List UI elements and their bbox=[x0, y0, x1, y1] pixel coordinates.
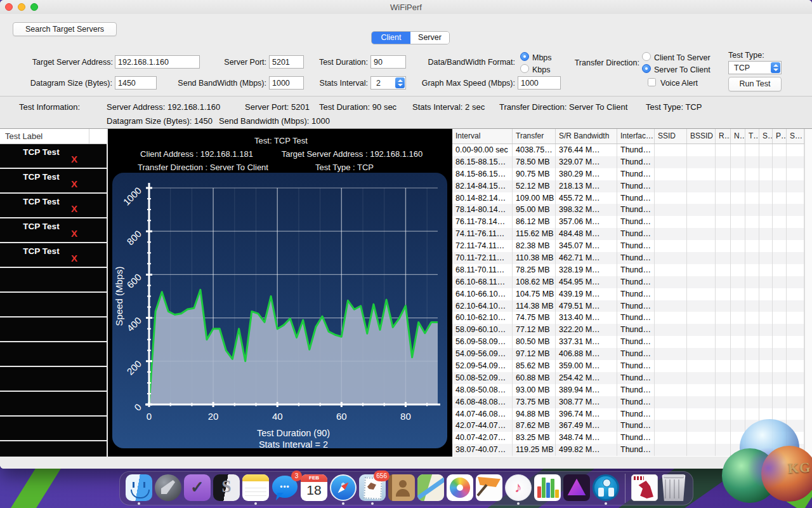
stats-interval-stepper[interactable]: 2 bbox=[370, 76, 406, 90]
test-row[interactable]: TCP TestX bbox=[0, 218, 107, 242]
target-server-address-input[interactable] bbox=[115, 55, 200, 69]
table-row[interactable]: 72.11-74.11…82.38 MB345.07 M…Thund… bbox=[452, 240, 804, 252]
datagram-size-input[interactable] bbox=[115, 76, 157, 90]
table-row[interactable]: 48.08-50.08…93.00 MB389.94 M…Thund… bbox=[452, 384, 804, 396]
delete-test-icon[interactable]: X bbox=[71, 203, 77, 214]
dock-item-wifiperf[interactable] bbox=[591, 472, 620, 505]
table-row[interactable]: 64.10-66.10…104.75 MB439.19 M…Thund… bbox=[452, 288, 804, 300]
dock-item-numbers[interactable] bbox=[533, 472, 562, 505]
dock-item-pages[interactable] bbox=[475, 472, 504, 505]
test-row[interactable]: TCP TestX bbox=[0, 169, 107, 192]
chart-transfer-direction: Transfer Direction : Server To Client bbox=[138, 163, 268, 172]
dock-item-omnifocus[interactable]: ✓ bbox=[183, 472, 212, 505]
test-duration-input[interactable] bbox=[370, 55, 406, 69]
column-header[interactable]: R… bbox=[716, 129, 731, 144]
table-row[interactable]: 50.08-52.09…60.88 MB254.42 M…Thund… bbox=[452, 372, 804, 384]
test-row[interactable] bbox=[0, 392, 107, 415]
dock-item-finder[interactable] bbox=[124, 472, 154, 505]
table-row[interactable]: 84.15-86.15…90.75 MB380.29 M…Thund… bbox=[452, 168, 804, 180]
mbps-radio[interactable] bbox=[520, 52, 529, 61]
test-row[interactable] bbox=[0, 367, 107, 391]
test-row[interactable] bbox=[0, 293, 107, 316]
table-cell bbox=[773, 228, 787, 240]
dock-item-contacts[interactable] bbox=[387, 472, 416, 505]
column-header[interactable]: S… bbox=[787, 129, 804, 144]
dock-item-document[interactable] bbox=[630, 472, 659, 505]
table-row[interactable]: 82.14-84.15…52.12 MB218.13 M…Thund… bbox=[452, 180, 804, 192]
dock-item-safari[interactable] bbox=[329, 472, 358, 505]
run-test-button[interactable]: Run Test bbox=[728, 77, 782, 91]
titlebar[interactable]: WiFiPerf bbox=[0, 0, 812, 14]
column-header[interactable]: S/R Bandwidth bbox=[556, 129, 617, 144]
dock-item-messages[interactable]: •••3 bbox=[270, 472, 299, 505]
table-cell bbox=[731, 240, 745, 252]
table-row[interactable]: 58.09-60.10…77.12 MB322.20 M…Thund… bbox=[452, 324, 804, 336]
table-row[interactable]: 70.11-72.11…110.38 MB462.71 M…Thund… bbox=[452, 252, 804, 264]
delete-test-icon[interactable]: X bbox=[71, 178, 77, 189]
test-row[interactable]: TCP TestX bbox=[0, 194, 107, 217]
stepper-arrows-icon[interactable] bbox=[395, 77, 405, 88]
dock-item-notes[interactable] bbox=[241, 472, 270, 505]
table-cell: 86.12 MB bbox=[513, 216, 556, 228]
table-scrollbar[interactable] bbox=[804, 129, 812, 457]
column-header[interactable]: Interfac… bbox=[617, 129, 655, 144]
test-row[interactable] bbox=[0, 441, 107, 457]
delete-test-icon[interactable]: X bbox=[71, 154, 77, 164]
dock-item-photos[interactable] bbox=[445, 472, 475, 505]
table-row[interactable]: 62.10-64.10…114.38 MB479.51 M…Thund… bbox=[452, 300, 804, 312]
table-row[interactable]: 46.08-48.08…73.75 MB308.77 M…Thund… bbox=[452, 396, 804, 408]
table-row[interactable]: 52.09-54.09…85.62 MB359.00 M…Thund… bbox=[452, 360, 804, 372]
kbps-radio[interactable] bbox=[520, 64, 529, 73]
dock-item-calendar[interactable]: FEB18 bbox=[299, 472, 329, 505]
test-row[interactable] bbox=[0, 417, 107, 440]
dock-item-launchpad[interactable] bbox=[154, 472, 183, 505]
server-port-input[interactable] bbox=[269, 55, 304, 69]
test-row[interactable]: TCP TestX bbox=[0, 144, 107, 168]
test-row[interactable] bbox=[0, 342, 107, 366]
voice-alert-checkbox[interactable] bbox=[648, 78, 656, 86]
server-to-client-radio[interactable] bbox=[642, 64, 651, 73]
table-row[interactable]: 74.11-76.11…115.62 MB484.48 M…Thund… bbox=[452, 228, 804, 240]
test-type-dropdown[interactable]: TCP bbox=[728, 61, 782, 74]
table-row[interactable]: 86.15-88.15…78.50 MB329.07 M…Thund… bbox=[452, 156, 804, 168]
dock-item-trash[interactable] bbox=[659, 472, 688, 505]
table-row[interactable]: 60.10-62.10…74.75 MB313.40 M…Thund… bbox=[452, 312, 804, 324]
dock-item-maps[interactable] bbox=[416, 472, 445, 505]
test-row[interactable] bbox=[0, 268, 107, 291]
column-header[interactable]: S… bbox=[759, 129, 773, 144]
table-row[interactable]: 66.10-68.11…108.62 MB454.95 M…Thund… bbox=[452, 276, 804, 288]
graph-max-speed-input[interactable] bbox=[518, 76, 561, 90]
table-row[interactable]: 68.11-70.11…78.25 MB328.19 M…Thund… bbox=[452, 264, 804, 276]
column-header[interactable]: T… bbox=[745, 129, 759, 144]
dropdown-arrows-icon[interactable] bbox=[771, 62, 780, 73]
tab-server[interactable]: Server bbox=[410, 32, 449, 44]
column-header[interactable]: Interval bbox=[452, 129, 513, 144]
test-row[interactable] bbox=[0, 318, 107, 341]
send-bandwidth-input[interactable] bbox=[269, 76, 304, 90]
table-cell bbox=[773, 372, 787, 384]
table-row[interactable]: 54.09-56.09…97.12 MB406.88 M…Thund… bbox=[452, 348, 804, 360]
column-header[interactable]: N… bbox=[731, 129, 745, 144]
table-row[interactable]: 44.07-46.08…94.88 MB396.74 M…Thund… bbox=[452, 408, 804, 420]
tab-client[interactable]: Client bbox=[372, 32, 410, 44]
column-header[interactable]: P… bbox=[773, 129, 787, 144]
delete-test-icon[interactable]: X bbox=[71, 253, 77, 264]
table-row[interactable]: 78.14-80.14…95.00 MB398.32 M…Thund… bbox=[452, 204, 804, 216]
table-cell: 114.38 MB bbox=[513, 300, 556, 312]
column-header[interactable]: SSID bbox=[655, 129, 687, 144]
column-header[interactable]: Transfer bbox=[513, 129, 556, 144]
test-row[interactable]: TCP TestX bbox=[0, 243, 107, 267]
client-to-server-radio[interactable] bbox=[642, 52, 651, 61]
delete-test-icon[interactable]: X bbox=[71, 228, 77, 239]
column-header[interactable]: BSSID bbox=[687, 129, 716, 144]
table-row[interactable]: 76.11-78.14…86.12 MB357.06 M…Thund… bbox=[452, 216, 804, 228]
table-row[interactable]: 0.00-90.00 sec4038.75…376.44 M…Thund… bbox=[452, 144, 804, 156]
search-target-servers-button[interactable]: Search Target Servers bbox=[13, 22, 117, 36]
test-label-column-header[interactable]: Test Label bbox=[0, 129, 107, 144]
dock-item-mail[interactable]: 656 bbox=[358, 472, 387, 505]
dock-item-affinity-photo[interactable] bbox=[562, 472, 591, 505]
dock-item-itunes[interactable]: ♪ bbox=[504, 472, 533, 505]
dock-item-scrivener[interactable]: S bbox=[212, 472, 241, 505]
table-row[interactable]: 80.14-82.14…109.00 MB455.72 M…Thund… bbox=[452, 192, 804, 204]
table-row[interactable]: 56.09-58.09…80.50 MB337.31 M…Thund… bbox=[452, 336, 804, 348]
